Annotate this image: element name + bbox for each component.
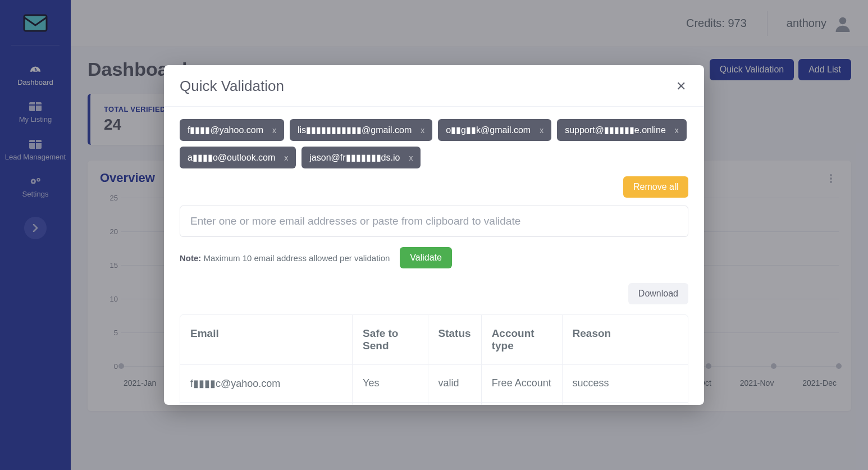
email-chip: lis▮▮▮▮▮▮▮▮▮▮▮@gmail.comx	[290, 119, 432, 141]
chip-label: support@▮▮▮▮▮▮e.online	[565, 125, 666, 135]
results-table: Email Safe to Send Status Account type R…	[180, 314, 688, 405]
quick-validation-modal: Quick Validation ✕ f▮▮▮▮@yahoo.comxlis▮▮…	[164, 65, 704, 405]
chip-remove-icon[interactable]: x	[540, 126, 543, 135]
modal-overlay[interactable]: Quick Validation ✕ f▮▮▮▮@yahoo.comxlis▮▮…	[0, 0, 868, 470]
chip-remove-icon[interactable]: x	[421, 126, 424, 135]
cell-reason: success	[563, 365, 688, 403]
chip-label: a▮▮▮▮o@outlook.com	[188, 152, 275, 163]
table-row: f▮▮▮▮c@yahoo.comYesvalidFree Accountsucc…	[180, 365, 688, 403]
note-row: Note: Maximum 10 email address allowed p…	[180, 247, 688, 268]
table-header-row: Email Safe to Send Status Account type R…	[180, 315, 688, 365]
modal-body: f▮▮▮▮@yahoo.comxlis▮▮▮▮▮▮▮▮▮▮▮@gmail.com…	[164, 107, 704, 405]
close-icon: ✕	[676, 79, 686, 94]
remove-all-button[interactable]: Remove all	[623, 176, 688, 198]
th-account: Account type	[482, 315, 563, 365]
cell-status: invalid	[428, 403, 482, 405]
email-chip: o▮▮g▮▮k@gmail.comx	[438, 119, 551, 141]
chip-label: lis▮▮▮▮▮▮▮▮▮▮▮@gmail.com	[298, 125, 412, 135]
email-chip: jason@fr▮▮▮▮▮▮▮ds.iox	[301, 147, 421, 168]
remove-all-row: Remove all	[180, 176, 688, 198]
chip-remove-icon[interactable]: x	[409, 153, 413, 162]
th-safe: Safe to Send	[353, 315, 428, 365]
chip-label: f▮▮▮▮@yahoo.com	[188, 125, 263, 135]
chip-remove-icon[interactable]: x	[272, 126, 276, 135]
th-status: Status	[428, 315, 482, 365]
chip-label: jason@fr▮▮▮▮▮▮▮ds.io	[309, 152, 400, 163]
cell-reason: invalid email address	[563, 403, 688, 405]
cell-status: valid	[428, 365, 482, 403]
cell-account: Free Account	[482, 365, 563, 403]
cell-email: lis▮▮▮▮▮▮▮▮▮▮▮▮▮▮@gmail.com	[180, 403, 353, 405]
chip-label: o▮▮g▮▮k@gmail.com	[446, 125, 531, 135]
download-button[interactable]: Download	[628, 283, 688, 304]
chip-remove-icon[interactable]: x	[675, 126, 679, 135]
modal-close-button[interactable]: ✕	[674, 79, 688, 94]
email-input[interactable]	[180, 206, 688, 237]
cell-email: f▮▮▮▮c@yahoo.com	[180, 365, 353, 403]
note-text: Note: Maximum 10 email address allowed p…	[180, 253, 390, 263]
cell-account: Free Account	[482, 403, 563, 405]
email-chips: f▮▮▮▮@yahoo.comxlis▮▮▮▮▮▮▮▮▮▮▮@gmail.com…	[180, 119, 688, 168]
email-chip: f▮▮▮▮@yahoo.comx	[180, 119, 284, 141]
validate-button[interactable]: Validate	[400, 247, 452, 268]
email-chip: a▮▮▮▮o@outlook.comx	[180, 147, 296, 168]
email-chip: support@▮▮▮▮▮▮e.onlinex	[557, 119, 687, 141]
download-row: Download	[180, 283, 688, 304]
chip-remove-icon[interactable]: x	[284, 153, 288, 162]
modal-header: Quick Validation ✕	[164, 65, 704, 107]
th-email: Email	[180, 315, 353, 365]
th-reason: Reason	[563, 315, 688, 365]
table-row: lis▮▮▮▮▮▮▮▮▮▮▮▮▮▮@gmail.comNoinvalidFree…	[180, 403, 688, 405]
cell-safe: Yes	[353, 365, 428, 403]
cell-safe: No	[353, 403, 428, 405]
modal-title: Quick Validation	[180, 77, 284, 95]
